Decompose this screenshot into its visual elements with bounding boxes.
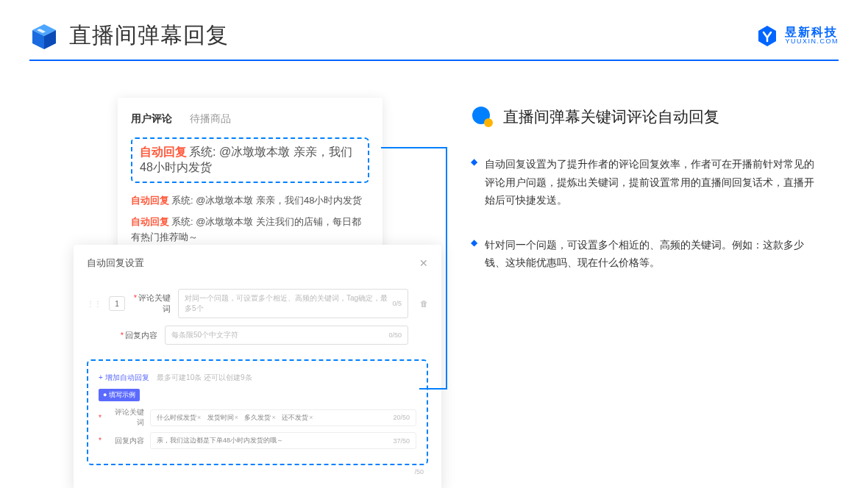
ex-content-input[interactable]: 亲，我们这边都是下单48小时内发货的哦～ 37/50: [150, 432, 416, 449]
section-title: 直播间弹幕关键词评论自动回复: [503, 107, 719, 127]
auto-reply-badge: 自动回复: [131, 216, 169, 227]
keyword-counter: 0/5: [392, 300, 402, 307]
ex-keyword-counter: 20/50: [393, 414, 410, 421]
rule-number: 1: [109, 296, 125, 311]
tab-pending-goods[interactable]: 待播商品: [190, 112, 231, 126]
diamond-icon: ◆: [471, 237, 477, 272]
user-comment-panel: 用户评论 待播商品 自动回复系统: @冰墩墩本墩 亲亲，我们48小时内发货 自动…: [118, 98, 383, 265]
tag: 发货时间: [207, 414, 238, 421]
delete-icon[interactable]: 🗑: [420, 299, 428, 308]
content-label: 回复内容: [125, 331, 157, 340]
comment-row: 自动回复系统: @冰墩墩本墩 亲亲，我们48小时内发货: [131, 190, 369, 212]
auto-reply-badge: 自动回复: [140, 146, 187, 158]
cube-icon: [29, 21, 59, 51]
settings-title: 自动回复设置: [87, 256, 144, 270]
ex-keyword-label: 评论关键词: [109, 407, 144, 428]
comment-row: 自动回复系统: @冰墩墩本墩 关注我们的店铺，每日都有热门推荐呦～: [131, 212, 369, 248]
keyword-label: 评论关键词: [138, 293, 171, 313]
close-icon[interactable]: ✕: [419, 257, 428, 269]
chat-bubble-icon: [471, 105, 494, 129]
tab-user-comment[interactable]: 用户评论: [131, 112, 172, 126]
content-input[interactable]: 每条限50个中文字符 0/50: [165, 326, 408, 345]
svg-point-5: [484, 118, 493, 127]
drag-handle-icon[interactable]: ⋮⋮: [87, 300, 102, 308]
add-auto-reply-link[interactable]: + 增加自动回复: [99, 373, 149, 381]
ex-content-label: 回复内容: [109, 436, 144, 446]
content-counter: 0/50: [388, 331, 402, 339]
ex-content-counter: 37/50: [393, 437, 410, 445]
logo-sub-text: YUUXIN.COM: [785, 38, 839, 46]
diamond-icon: ◆: [471, 157, 477, 209]
logo-main-text: 昱新科技: [785, 26, 839, 39]
tag: 什么时候发货: [157, 414, 201, 421]
bullet-item: ◆ 针对同一个问题，可设置多个相近的、高频的关键词。例如：这款多少钱、这块能优惠…: [471, 236, 839, 272]
page-title: 直播间弹幕回复: [69, 21, 229, 51]
auto-reply-badge: 自动回复: [131, 195, 169, 206]
brand-logo: 昱新科技 YUUXIN.COM: [755, 24, 839, 48]
bullet-text: 自动回复设置为了提升作者的评论回复效率，作者可在开播前针对常见的评论用户问题，提…: [485, 155, 817, 209]
connector-line: [446, 147, 447, 390]
auto-reply-settings-panel: 自动回复设置 ✕ ⋮⋮ 1 *评论关键词 对同一个问题，可设置多个相近、高频的关…: [74, 245, 441, 488]
bullet-text: 针对同一个问题，可设置多个相近的、高频的关键词。例如：这款多少钱、这块能优惠吗、…: [485, 236, 817, 272]
outer-counter: /50: [87, 468, 428, 476]
ex-keyword-input[interactable]: 什么时候发货 发货时间 多久发货 还不发货 20/50: [150, 409, 416, 426]
tag: 还不发货: [282, 414, 313, 421]
example-badge: ● 填写示例: [99, 389, 140, 401]
add-hint: 最多可建10条 还可以创建9条: [157, 373, 252, 381]
connector-line: [381, 147, 447, 148]
highlighted-comment: 自动回复系统: @冰墩墩本墩 亲亲，我们48小时内发货: [131, 137, 369, 183]
bullet-item: ◆ 自动回复设置为了提升作者的评论回复效率，作者可在开播前针对常见的评论用户问题…: [471, 155, 839, 209]
keyword-input[interactable]: 对同一个问题，可设置多个相近、高频的关键词，Tag确定，最多5个 0/5: [178, 289, 408, 318]
comment-text: 系统: @冰墩墩本墩 亲亲，我们48小时内发货: [171, 195, 363, 206]
example-section: + 增加自动回复 最多可建10条 还可以创建9条 ● 填写示例 * 评论关键词 …: [87, 359, 428, 465]
tag: 多久发货: [244, 414, 275, 421]
